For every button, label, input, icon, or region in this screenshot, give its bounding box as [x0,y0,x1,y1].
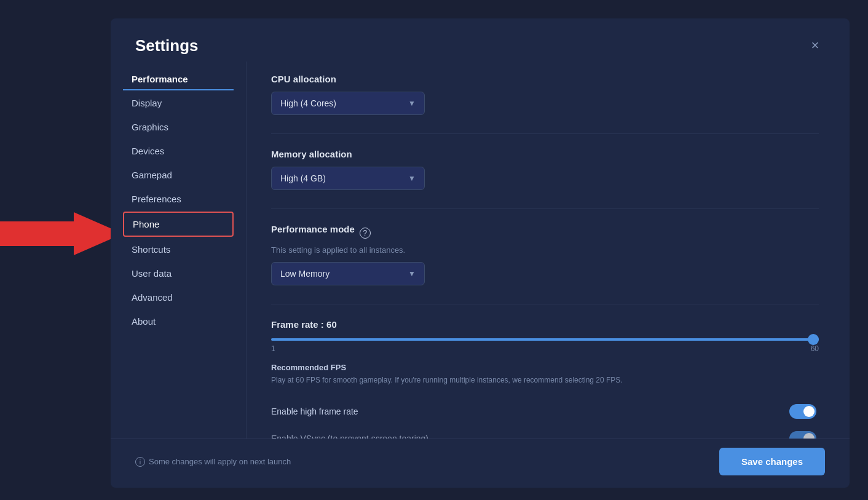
close-button[interactable]: × [805,36,825,55]
slider-fill [271,338,819,341]
sidebar-item-advanced[interactable]: Advanced [123,286,234,309]
toggle-knob [803,433,815,438]
performance-mode-section: Performance mode ? This setting is appli… [271,224,819,285]
sidebar-item-gamepad[interactable]: Gamepad [123,164,234,186]
slider-max: 60 [811,344,819,353]
performance-mode-sublabel: This setting is applied to all instances… [271,245,819,255]
slider-range: 1 60 [271,344,819,353]
svg-marker-0 [0,212,123,255]
high-frame-rate-label: Enable high frame rate [271,407,358,416]
fps-info-title: Recommended FPS [271,363,819,372]
cpu-allocation-section: CPU allocation High (4 Cores) ▼ [271,74,819,115]
toggle-knob [803,406,815,417]
cpu-allocation-label: CPU allocation [271,74,819,84]
frame-rate-section: Frame rate : 60 1 60 Recommended FPS Pla… [271,319,819,386]
performance-mode-dropdown[interactable]: Low Memory ▼ [271,262,425,285]
slider-thumb[interactable] [808,334,819,345]
cpu-allocation-value: High (4 Cores) [280,98,336,108]
settings-dialog: Settings × Performance Display Graphics … [111,18,850,488]
sidebar-item-user-data[interactable]: User data [123,262,234,285]
slider-track [271,338,819,341]
high-frame-rate-row: Enable high frame rate [271,404,819,419]
performance-mode-label-row: Performance mode ? [271,224,819,242]
info-icon: i [135,457,145,467]
footer-note: i Some changes will apply on next launch [135,457,291,467]
slider-min: 1 [271,344,275,353]
sidebar: Performance Display Graphics Devices Gam… [111,62,246,438]
chevron-down-icon: ▼ [408,174,416,183]
fps-info-desc: Play at 60 FPS for smooth gameplay. If y… [271,375,652,386]
sidebar-item-devices[interactable]: Devices [123,140,234,162]
memory-allocation-label: Memory allocation [271,149,819,159]
vsync-label: Enable VSync (to prevent screen tearing) [271,434,428,438]
performance-mode-label: Performance mode [271,224,355,234]
sidebar-item-graphics[interactable]: Graphics [123,116,234,138]
vsync-row: Enable VSync (to prevent screen tearing) [271,431,819,438]
chevron-down-icon: ▼ [408,99,416,108]
memory-allocation-dropdown[interactable]: High (4 GB) ▼ [271,167,425,190]
save-changes-button[interactable]: Save changes [719,448,825,475]
dialog-header: Settings × [111,18,850,62]
settings-content: CPU allocation High (4 Cores) ▼ Memory a… [246,62,850,438]
dialog-footer: i Some changes will apply on next launch… [111,438,850,488]
cpu-allocation-dropdown[interactable]: High (4 Cores) ▼ [271,92,425,115]
sidebar-item-preferences[interactable]: Preferences [123,188,234,210]
footer-note-text: Some changes will apply on next launch [149,457,291,466]
chevron-down-icon: ▼ [408,269,416,278]
high-frame-rate-toggle[interactable] [789,404,816,419]
divider-1 [271,133,819,134]
sidebar-item-display[interactable]: Display [123,92,234,114]
memory-allocation-value: High (4 GB) [280,173,326,183]
sidebar-item-about[interactable]: About [123,310,234,333]
help-icon: ? [360,228,371,239]
sidebar-item-phone[interactable]: Phone [123,212,234,237]
frame-rate-slider-container [271,338,819,341]
divider-2 [271,208,819,209]
vsync-toggle[interactable] [789,431,816,438]
dialog-title: Settings [135,36,199,55]
performance-mode-value: Low Memory [280,269,329,279]
sidebar-item-performance[interactable]: Performance [123,68,234,90]
memory-allocation-section: Memory allocation High (4 GB) ▼ [271,149,819,190]
frame-rate-label: Frame rate : 60 [271,319,819,330]
dialog-body: Performance Display Graphics Devices Gam… [111,62,850,438]
divider-3 [271,304,819,304]
sidebar-item-shortcuts[interactable]: Shortcuts [123,238,234,261]
